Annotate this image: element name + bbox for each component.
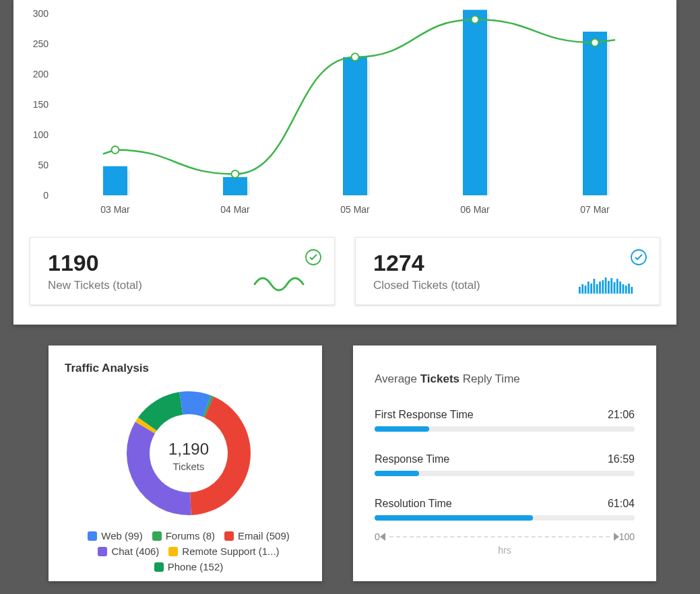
svg-point-18 xyxy=(232,170,239,178)
svg-rect-11 xyxy=(343,57,367,195)
legend-item: Web (99) xyxy=(88,530,142,541)
check-circle-icon xyxy=(305,249,322,266)
svg-rect-38 xyxy=(605,277,607,294)
svg-point-21 xyxy=(592,39,599,46)
svg-rect-30 xyxy=(581,284,583,294)
legend-item: Chat (406) xyxy=(98,546,159,557)
svg-rect-13 xyxy=(463,10,487,195)
svg-rect-46 xyxy=(628,284,630,294)
svg-text:03 Mar: 03 Mar xyxy=(100,204,130,215)
svg-text:05 Mar: 05 Mar xyxy=(340,204,370,215)
legend-swatch xyxy=(168,547,178,556)
metric-track xyxy=(375,515,635,521)
metric-fill xyxy=(375,515,533,521)
closed-tickets-value: 1274 xyxy=(373,250,645,276)
svg-rect-15 xyxy=(583,32,607,195)
svg-rect-33 xyxy=(590,284,592,294)
svg-point-20 xyxy=(472,16,479,24)
svg-rect-29 xyxy=(579,287,581,294)
reply-metric: Resolution Time 61:04 xyxy=(375,498,635,521)
metric-name: Resolution Time xyxy=(375,498,452,510)
svg-rect-44 xyxy=(623,284,625,294)
svg-rect-32 xyxy=(587,282,590,294)
svg-text:07 Mar: 07 Mar xyxy=(580,204,610,215)
legend-swatch xyxy=(88,531,97,541)
new-tickets-value: 1190 xyxy=(48,250,319,276)
metric-name: First Response Time xyxy=(375,409,474,421)
traffic-analysis-title: Traffic Analysis xyxy=(65,362,313,375)
legend-item: Phone (152) xyxy=(154,561,224,572)
svg-rect-40 xyxy=(610,278,612,294)
metric-fill xyxy=(375,426,429,432)
svg-text:50: 50 xyxy=(38,160,49,170)
reply-time-scale: 0 100 xyxy=(375,531,635,542)
check-circle-icon xyxy=(630,249,647,266)
legend-item: Forums (8) xyxy=(152,530,215,541)
legend-swatch xyxy=(98,547,107,556)
svg-rect-35 xyxy=(596,284,598,294)
svg-rect-16 xyxy=(607,36,610,195)
svg-rect-14 xyxy=(487,14,490,195)
scale-track xyxy=(389,536,610,537)
metric-value: 21:06 xyxy=(608,409,635,421)
traffic-analysis-panel: Traffic Analysis 1,190 Tickets Web (99) … xyxy=(49,345,322,581)
svg-rect-9 xyxy=(223,177,247,195)
reply-metric: Response Time 16:59 xyxy=(375,453,635,476)
svg-rect-39 xyxy=(608,281,610,294)
svg-rect-12 xyxy=(367,61,370,195)
svg-rect-36 xyxy=(599,282,601,294)
svg-point-19 xyxy=(352,53,359,61)
reply-time-unit: hrs xyxy=(375,545,635,556)
sparkline-wave-icon xyxy=(253,275,311,294)
triangle-right-icon xyxy=(614,533,619,541)
reply-time-panel: Average Tickets Reply Time First Respons… xyxy=(353,345,656,581)
donut-center-label: 1,190 Tickets xyxy=(65,438,313,474)
legend-swatch xyxy=(224,531,234,541)
svg-text:300: 300 xyxy=(33,8,49,19)
tickets-trend-panel: 050100150200250300 03 Mar04 Mar05 Mar06 … xyxy=(13,0,676,325)
svg-rect-47 xyxy=(631,287,633,294)
svg-rect-31 xyxy=(585,286,587,294)
svg-rect-41 xyxy=(614,282,616,294)
svg-text:100: 100 xyxy=(33,129,49,140)
sparkline-bars-icon xyxy=(579,275,637,294)
svg-rect-43 xyxy=(619,282,621,294)
legend-swatch xyxy=(152,531,162,541)
closed-tickets-card: 1274 Closed Tickets (total) xyxy=(355,237,660,305)
svg-text:150: 150 xyxy=(33,99,49,110)
svg-point-17 xyxy=(112,146,119,154)
svg-rect-42 xyxy=(616,279,618,294)
svg-rect-45 xyxy=(625,286,627,294)
legend-swatch xyxy=(154,562,164,572)
svg-rect-7 xyxy=(103,166,127,195)
metric-track xyxy=(375,426,635,432)
metric-value: 61:04 xyxy=(608,498,635,510)
svg-text:200: 200 xyxy=(33,69,49,79)
svg-text:250: 250 xyxy=(33,38,49,49)
svg-rect-34 xyxy=(594,279,596,294)
metric-fill xyxy=(375,471,419,476)
new-tickets-card: 1190 New Tickets (total) xyxy=(30,237,335,305)
svg-rect-10 xyxy=(247,181,250,195)
legend-item: Remote Support (1...) xyxy=(168,546,279,557)
metric-track xyxy=(375,471,635,476)
svg-text:04 Mar: 04 Mar xyxy=(220,204,250,215)
triangle-left-icon xyxy=(380,533,385,541)
metric-value: 16:59 xyxy=(608,453,635,465)
svg-text:0: 0 xyxy=(43,190,49,201)
traffic-legend: Web (99) Forums (8) Email (509) Chat (40… xyxy=(65,530,313,572)
reply-time-title: Average Tickets Reply Time xyxy=(375,372,635,386)
reply-metric: First Response Time 21:06 xyxy=(375,409,635,432)
tickets-combo-chart: 050100150200250300 03 Mar04 Mar05 Mar06 … xyxy=(22,7,668,222)
svg-text:06 Mar: 06 Mar xyxy=(460,204,490,215)
svg-rect-8 xyxy=(127,170,130,195)
metric-name: Response Time xyxy=(375,453,449,465)
svg-rect-37 xyxy=(602,280,604,294)
legend-item: Email (509) xyxy=(224,530,290,541)
